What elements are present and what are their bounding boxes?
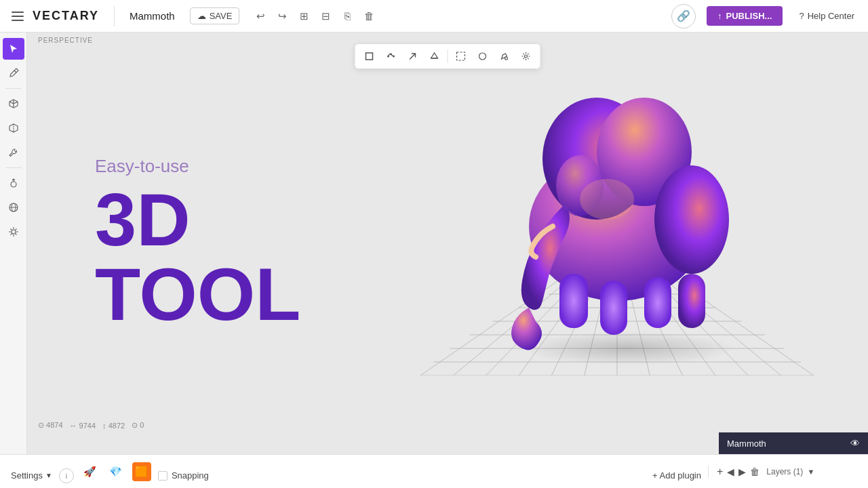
svg-point-43 xyxy=(580,179,634,220)
canvas-text-overlay: Easy-to-use 3D TOOL xyxy=(95,156,301,331)
transform-button[interactable]: ⊞ xyxy=(294,6,314,26)
fill-tool[interactable] xyxy=(425,47,445,66)
settings-button[interactable]: Settings ▼ xyxy=(11,470,52,481)
paint-tool[interactable] xyxy=(494,47,515,66)
pen-tool-button[interactable] xyxy=(3,62,24,84)
redo-button[interactable]: ↪ xyxy=(272,6,292,26)
layers-next-button[interactable]: ▶ xyxy=(738,466,746,477)
wrench-tool-button[interactable] xyxy=(3,142,24,163)
snapping-label: Snapping xyxy=(172,470,209,481)
settings-chevron-icon: ▼ xyxy=(45,472,52,479)
delete-button[interactable]: 🗑 xyxy=(359,6,379,26)
svg-point-10 xyxy=(479,53,486,60)
perspective-label: PERSPECTIVE xyxy=(38,37,93,413)
toolbar-separator xyxy=(5,88,22,89)
material-mode-button[interactable]: 🟧 xyxy=(132,462,151,481)
toolbar-separator-2 xyxy=(5,167,22,168)
publish-button[interactable]: ↑ PUBLISH... xyxy=(707,6,783,26)
undo-button[interactable]: ↩ xyxy=(250,6,271,26)
lasso-tool[interactable] xyxy=(473,47,493,66)
layers-item-name: Mammoth xyxy=(727,439,845,449)
project-name[interactable]: Mammoth xyxy=(124,7,180,24)
rocket-tool-button[interactable]: 🚀 xyxy=(81,462,100,481)
constraints-tool-button[interactable] xyxy=(3,221,24,243)
draw-tool[interactable] xyxy=(381,47,401,66)
coord-y: ↔ 9744 xyxy=(70,422,96,430)
environment-tool-button[interactable] xyxy=(3,197,24,218)
mammoth-3d-model xyxy=(461,70,753,362)
toolbar-separator xyxy=(448,49,448,63)
share-link-button[interactable]: 🔗 xyxy=(671,4,696,28)
select-tool-button[interactable] xyxy=(3,38,24,60)
box-tool-button[interactable] xyxy=(3,93,24,115)
info-button[interactable]: i xyxy=(59,468,74,483)
svg-point-3 xyxy=(12,230,16,234)
add-plugin-button[interactable]: + Add plugin xyxy=(652,470,701,481)
save-icon: ☁ xyxy=(197,11,206,21)
svg-point-0 xyxy=(11,182,16,187)
layers-count: Layers (1) xyxy=(766,467,803,476)
copy-button[interactable]: ⎘ xyxy=(337,6,357,26)
layers-eye-icon[interactable]: 👁 xyxy=(850,438,860,449)
layers-panel-row: Mammoth 👁 xyxy=(719,432,868,454)
help-center-button[interactable]: ? Help Center xyxy=(793,8,860,24)
snapping-checkbox[interactable] xyxy=(158,471,167,481)
svg-rect-4 xyxy=(366,53,373,60)
save-button[interactable]: ☁ SAVE xyxy=(190,7,240,24)
svg-point-12 xyxy=(525,55,528,58)
main-area: Easy-to-use 3D TOOL .grid-line { stroke:… xyxy=(0,33,868,454)
svg-rect-38 xyxy=(559,274,588,328)
layers-panel: Mammoth 👁 xyxy=(719,432,868,454)
tagline-text: Easy-to-use xyxy=(95,156,301,177)
big-text-3d: 3D xyxy=(95,182,301,257)
select-box-tool[interactable] xyxy=(359,47,380,66)
coord-x: ⊙ 4874 xyxy=(38,421,63,430)
coord-z: ↕ 4872 xyxy=(102,422,125,430)
layers-add-button[interactable]: + xyxy=(717,466,723,478)
grid-button[interactable]: ⊟ xyxy=(315,6,336,26)
coord-w: ⊙ 0 xyxy=(132,421,144,430)
selection-tool[interactable] xyxy=(451,47,471,66)
help-icon: ? xyxy=(799,11,804,21)
svg-rect-40 xyxy=(644,277,671,328)
statusbar: Settings ▼ i 🚀 💎 🟧 Snapping + Add plugin… xyxy=(0,454,868,488)
svg-point-11 xyxy=(505,57,508,60)
svg-rect-41 xyxy=(678,274,705,328)
left-toolbar xyxy=(0,33,27,454)
logo: VECTARY xyxy=(33,9,99,23)
svg-rect-39 xyxy=(600,281,627,335)
menu-button[interactable] xyxy=(8,7,27,26)
layers-tab: + ◀ ▶ 🗑 Layers (1) ▼ xyxy=(708,466,857,478)
layers-chevron-button[interactable]: ▼ xyxy=(807,468,814,476)
publish-icon: ↑ xyxy=(717,11,722,21)
divider xyxy=(114,6,115,26)
topbar-tools: ↩ ↪ ⊞ ⊟ ⎘ 🗑 xyxy=(250,6,379,26)
settings-label: Settings xyxy=(11,470,43,481)
big-text-tool: TOOL xyxy=(95,257,301,331)
svg-rect-9 xyxy=(457,52,465,60)
snapping-container: Snapping xyxy=(158,470,209,481)
settings-tool[interactable] xyxy=(516,47,536,66)
top-toolbar xyxy=(355,43,541,69)
topbar: VECTARY Mammoth ☁ SAVE ↩ ↪ ⊞ ⊟ ⎘ 🗑 🔗 ↑ P… xyxy=(0,0,868,33)
coordinates-display: ⊙ 4874 ↔ 9744 ↕ 4872 ⊙ 0 xyxy=(38,421,144,430)
material-tool-button[interactable] xyxy=(3,172,24,194)
canvas[interactable]: Easy-to-use 3D TOOL .grid-line { stroke:… xyxy=(27,33,868,454)
svg-point-44 xyxy=(654,165,729,274)
layers-delete-button[interactable]: 🗑 xyxy=(750,466,760,477)
arrow-tool[interactable] xyxy=(403,47,423,66)
texture-tool-button[interactable] xyxy=(3,117,24,139)
3d-scene: .grid-line { stroke: #aaa; stroke-width:… xyxy=(407,57,827,396)
layers-prev-button[interactable]: ◀ xyxy=(727,466,734,477)
add-plugin-label: + Add plugin xyxy=(652,470,701,481)
gem-tool-button[interactable]: 💎 xyxy=(106,462,125,481)
